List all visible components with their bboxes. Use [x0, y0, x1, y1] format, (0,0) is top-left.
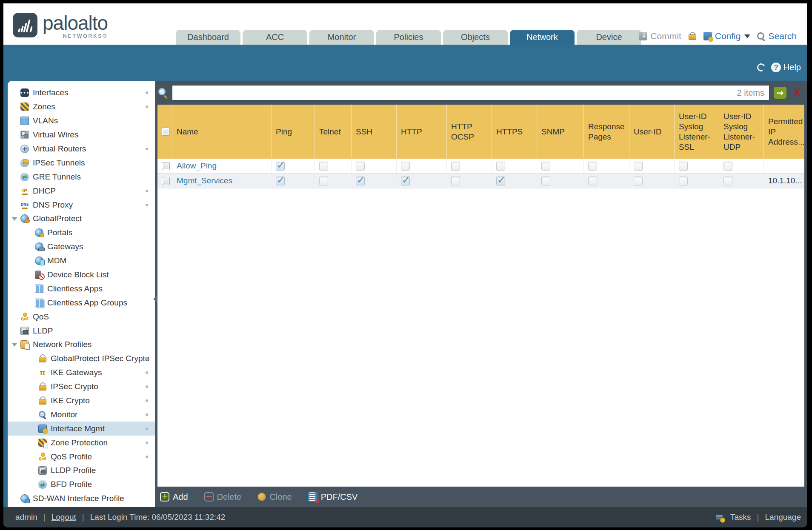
global-search-button[interactable]: Search — [757, 31, 797, 41]
ssh-checkbox[interactable] — [356, 177, 365, 185]
http-ocsp-checkbox[interactable] — [451, 177, 460, 185]
col-header-user-id-syslog-listener-ssl[interactable]: User-ID Syslog Listener-SSL — [675, 105, 719, 159]
sidebar-item-virtual-routers[interactable]: Virtual Routers — [8, 142, 155, 156]
sidebar-item-dns-proxy[interactable]: DNS Proxy — [8, 198, 155, 212]
sidebar-item-lldp-profile[interactable]: LLDP Profile — [8, 464, 155, 478]
sidebar-item-clientless-apps[interactable]: Clientless Apps — [8, 282, 155, 296]
language-button[interactable]: Language — [765, 513, 801, 522]
col-header-http[interactable]: HTTP — [397, 105, 447, 159]
tab-acc[interactable]: ACC — [243, 30, 307, 45]
sidebar-item-ike-crypto[interactable]: IKE Crypto — [8, 394, 155, 408]
http-checkbox[interactable] — [401, 162, 410, 171]
row-checkbox[interactable] — [162, 162, 170, 170]
sidebar-item-bfd-profile[interactable]: BFD Profile — [8, 478, 155, 492]
expand-triangle-icon[interactable] — [11, 343, 17, 347]
sidebar-item-device-block-list[interactable]: Device Block List — [8, 268, 155, 282]
response-pages-checkbox[interactable] — [588, 177, 597, 185]
sidebar-item-gre-tunnels[interactable]: GRE Tunnels — [8, 170, 155, 184]
sidebar-item-gateways[interactable]: Gateways — [8, 240, 155, 254]
delete-button[interactable]: Delete — [204, 492, 242, 502]
sidebar-item-vlans[interactable]: VLANs — [8, 114, 155, 128]
divider — [82, 513, 84, 522]
sidebar-item-interface-mgmt[interactable]: Interface Mgmt — [8, 422, 155, 436]
config-button[interactable]: Config — [703, 31, 751, 41]
col-header-ping[interactable]: Ping — [272, 105, 315, 159]
col-header-user-id-syslog-listener-udp[interactable]: User-ID Syslog Listener-UDP — [719, 105, 764, 159]
response-pages-checkbox[interactable] — [588, 162, 597, 171]
sidebar-item-qos-profile[interactable]: QoS Profile — [8, 450, 155, 464]
pdf-csv-button[interactable]: PDF/CSV — [308, 492, 358, 502]
lock-icon[interactable] — [688, 32, 697, 40]
tab-monitor[interactable]: Monitor — [309, 30, 374, 45]
col-header-name[interactable]: Name — [172, 105, 272, 159]
https-checkbox[interactable] — [496, 177, 505, 185]
col-header-user-id[interactable]: User-ID — [629, 105, 675, 159]
tab-policies[interactable]: Policies — [376, 30, 441, 45]
http-checkbox[interactable] — [401, 177, 410, 185]
sidebar-item-ipsec-tunnels[interactable]: IPSec Tunnels — [8, 156, 155, 170]
sidebar-item-mdm[interactable]: MDM — [8, 254, 155, 268]
tab-network[interactable]: Network — [510, 30, 575, 45]
sidebar-item-lldp[interactable]: LLDP — [8, 324, 155, 338]
sidebar-item-ipsec-crypto[interactable]: IPSec Crypto — [8, 380, 155, 394]
sidebar-item-sd-wan-interface-profile[interactable]: SD-WAN Interface Profile — [8, 492, 155, 506]
user-id-syslog-listener-udp-checkbox[interactable] — [723, 162, 732, 171]
sidebar-item-monitor[interactable]: Monitor — [8, 407, 155, 422]
ssh-checkbox[interactable] — [356, 162, 365, 171]
sidebar-collapse-handle[interactable] — [153, 296, 157, 302]
col-header-http-ocsp[interactable]: HTTP OCSP — [447, 105, 492, 159]
user-id-syslog-listener-ssl-checkbox[interactable] — [679, 177, 688, 185]
sidebar-item-clientless-app-groups[interactable]: Clientless App Groups — [8, 296, 155, 310]
sidebar-item-globalprotect[interactable]: GlobalProtect — [8, 212, 155, 226]
ping-checkbox[interactable] — [276, 177, 285, 185]
sidebar-item-qos[interactable]: QoS — [8, 310, 155, 324]
user-id-checkbox[interactable] — [634, 177, 643, 185]
select-all-checkbox[interactable] — [162, 128, 170, 136]
sidebar-item-zone-protection[interactable]: Zone Protection — [8, 436, 155, 450]
table-body: Allow_PingMgmt_Services10.1.10... — [157, 159, 804, 188]
clone-button[interactable]: Clone — [257, 492, 292, 502]
row-checkbox[interactable] — [162, 177, 170, 185]
telnet-checkbox[interactable] — [319, 162, 328, 171]
col-header-permitted-ip-address[interactable]: Permitted IP Address... — [764, 105, 804, 159]
sidebar-item-network-profiles[interactable]: Network Profiles — [8, 338, 155, 352]
sidebar-item-interfaces[interactable]: Interfaces — [8, 86, 155, 100]
https-checkbox[interactable] — [496, 162, 505, 171]
col-header-telnet[interactable]: Telnet — [315, 105, 352, 159]
sidebar-item-globalprotect-ipsec-crypto[interactable]: GlobalProtect IPSec Crypto — [8, 352, 155, 366]
profile-link[interactable]: Mgmt_Services — [177, 176, 232, 185]
help-button[interactable]: Help — [771, 63, 801, 72]
snmp-checkbox[interactable] — [541, 177, 550, 185]
col-header-https[interactable]: HTTPS — [492, 105, 537, 159]
dhcp-icon — [20, 187, 29, 195]
sidebar-item-zones[interactable]: Zones — [8, 100, 155, 114]
apply-filter-button[interactable] — [774, 87, 786, 99]
tab-objects[interactable]: Objects — [443, 30, 508, 45]
clear-filter-button[interactable] — [791, 87, 803, 99]
profile-link[interactable]: Allow_Ping — [177, 161, 217, 171]
col-header-response-pages[interactable]: Response Pages — [584, 105, 629, 159]
sidebar-item-portals[interactable]: Portals — [8, 226, 155, 240]
telnet-checkbox[interactable] — [319, 177, 328, 185]
sidebar-item-virtual-wires[interactable]: Virtual Wires — [8, 128, 155, 142]
tab-device[interactable]: Device — [577, 30, 641, 45]
user-id-syslog-listener-ssl-checkbox[interactable] — [679, 162, 688, 171]
col-header-snmp[interactable]: SNMP — [537, 105, 584, 159]
ping-checkbox[interactable] — [276, 162, 285, 171]
http-ocsp-checkbox[interactable] — [451, 162, 460, 171]
user-id-checkbox[interactable] — [634, 162, 643, 171]
tasks-button[interactable]: Tasks — [730, 513, 751, 522]
col-header-ssh[interactable]: SSH — [352, 105, 397, 159]
refresh-icon[interactable] — [756, 62, 766, 72]
telnet-cell — [315, 159, 352, 173]
tab-dashboard[interactable]: Dashboard — [176, 30, 240, 45]
snmp-checkbox[interactable] — [541, 162, 550, 171]
sidebar-item-ike-gateways[interactable]: IKE Gateways — [8, 366, 155, 380]
add-button[interactable]: Add — [160, 492, 188, 502]
filter-input[interactable] — [172, 85, 769, 100]
user-id-syslog-listener-udp-checkbox[interactable] — [723, 177, 732, 185]
expand-triangle-icon[interactable] — [11, 217, 17, 221]
commit-button[interactable]: Commit — [639, 31, 681, 41]
logout-link[interactable]: Logout — [51, 513, 76, 522]
sidebar-item-dhcp[interactable]: DHCP — [8, 184, 155, 198]
